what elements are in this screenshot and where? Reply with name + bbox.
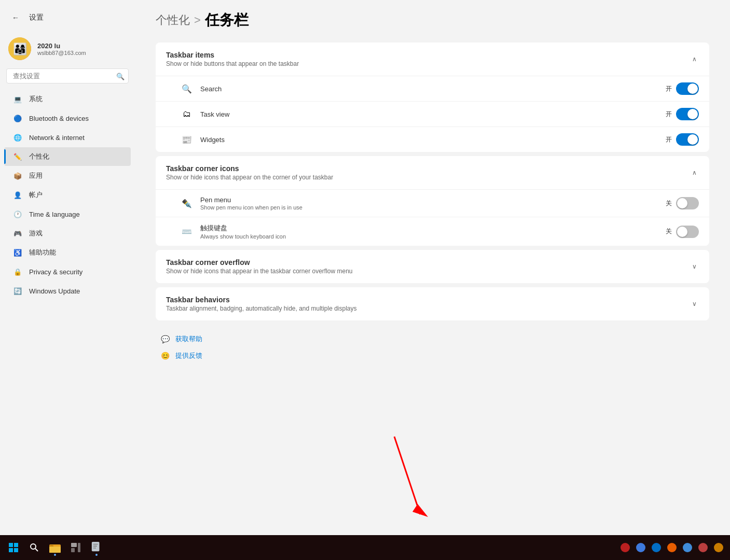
- taskbar-task-view-button[interactable]: [66, 538, 85, 557]
- svg-point-25: [714, 543, 723, 552]
- card-header-corner-overflow[interactable]: Taskbar corner overflow Show or hide ico…: [156, 250, 709, 283]
- setting-icon-pen-menu: ✒️: [181, 197, 193, 209]
- sidebar-item-bluetooth[interactable]: 🔵 Bluetooth & devices: [4, 109, 131, 128]
- back-button[interactable]: ←: [8, 10, 23, 25]
- search-input[interactable]: [6, 68, 129, 83]
- nav-label-system: 系统: [29, 94, 43, 104]
- sidebar: ← 设置 👨‍👩‍👧 2020 lu wslbb87@163.com 🔍: [0, 0, 135, 535]
- nav-label-time: Time & language: [29, 211, 80, 218]
- setting-name-taskview: Task view: [200, 110, 666, 118]
- card-title-behaviors: Taskbar behaviors: [166, 296, 357, 304]
- sidebar-item-time[interactable]: 🕐 Time & language: [4, 205, 131, 223]
- setting-name-search: Search: [200, 85, 666, 93]
- card-desc-corner-icons: Show or hide icons that appear on the co…: [166, 174, 333, 181]
- setting-row-widgets: 📰 Widgets 开: [156, 127, 709, 152]
- windows-logo-icon: [9, 543, 18, 552]
- sidebar-item-apps[interactable]: 📦 应用: [4, 166, 131, 185]
- taskbar-file-explorer-button[interactable]: [46, 538, 64, 557]
- card-desc-taskbar-items: Show or hide buttons that appear on the …: [166, 60, 299, 67]
- feedback-text[interactable]: 提供反馈: [175, 351, 202, 360]
- tray-icon-5[interactable]: [696, 540, 710, 555]
- tray-icon-1[interactable]: [633, 540, 648, 555]
- sidebar-item-accounts[interactable]: 👤 帐户: [4, 186, 131, 204]
- svg-rect-17: [93, 545, 97, 547]
- tray-icon-3[interactable]: [665, 540, 679, 555]
- feedback-link[interactable]: 😊 提供反馈: [158, 347, 707, 364]
- card-corner-overflow: Taskbar corner overflow Show or hide ico…: [156, 250, 709, 283]
- main-content: 个性化 > 任务栏 Taskbar items Show or hide but…: [135, 0, 730, 535]
- svg-rect-7: [14, 548, 18, 552]
- nav-label-gaming: 游戏: [29, 229, 43, 238]
- card-header-taskbar-items[interactable]: Taskbar items Show or hide buttons that …: [156, 43, 709, 76]
- toggle-pen-menu[interactable]: [676, 197, 699, 209]
- sidebar-item-system[interactable]: 💻 系统: [4, 90, 131, 108]
- svg-rect-14: [78, 543, 80, 552]
- tray-icon-6[interactable]: [711, 540, 726, 555]
- card-header-corner-icons[interactable]: Taskbar corner icons Show or hide icons …: [156, 156, 709, 189]
- search-taskbar-icon: [30, 543, 39, 552]
- avatar-image: 👨‍👩‍👧: [8, 37, 31, 60]
- feedback-icon: 😊: [160, 351, 170, 361]
- breadcrumb: 个性化 > 任务栏: [156, 10, 709, 30]
- svg-point-8: [31, 544, 36, 549]
- nav-icon-gaming: 🎮: [12, 228, 23, 239]
- tray-icon-svg-4: [682, 542, 693, 553]
- sidebar-item-network[interactable]: 🌐 Network & internet: [4, 128, 131, 147]
- sidebar-item-accessibility[interactable]: ♿ 辅助功能: [4, 243, 131, 262]
- setting-control-touch-keyboard: 关: [666, 226, 699, 238]
- card-header-text-corner-icons: Taskbar corner icons Show or hide icons …: [166, 164, 333, 181]
- chevron-corner-icons[interactable]: ∧: [690, 167, 699, 178]
- nav-label-bluetooth: Bluetooth & devices: [29, 115, 89, 122]
- get-help-text[interactable]: 获取帮助: [175, 334, 202, 344]
- sidebar-item-personalization[interactable]: ✏️ 个性化: [4, 147, 131, 166]
- toggle-thumb-taskview: [687, 109, 698, 119]
- nav-list: 💻 系统 🔵 Bluetooth & devices 🌐 Network & i…: [0, 90, 135, 300]
- svg-line-9: [35, 549, 38, 551]
- tray-icon-2[interactable]: [649, 540, 664, 555]
- sidebar-item-gaming[interactable]: 🎮 游戏: [4, 224, 131, 243]
- setting-row-pen-menu: ✒️ Pen menu Show pen menu icon when pen …: [156, 189, 709, 217]
- taskbar-search-button[interactable]: [25, 538, 44, 557]
- help-section: 💬 获取帮助 😊 提供反馈: [156, 331, 709, 364]
- svg-rect-11: [49, 547, 61, 553]
- setting-name-touch-keyboard: 触摸键盘: [200, 223, 666, 233]
- setting-name-pen-menu: Pen menu: [200, 196, 666, 204]
- toggle-widgets[interactable]: [676, 133, 699, 146]
- card-title-taskbar-items: Taskbar items: [166, 51, 299, 59]
- nav-icon-update: 🔄: [12, 286, 23, 296]
- toggle-taskview[interactable]: [676, 108, 699, 120]
- get-help-link[interactable]: 💬 获取帮助: [158, 331, 707, 347]
- settings-sections: Taskbar items Show or hide buttons that …: [156, 43, 709, 320]
- tray-icon-4[interactable]: [680, 540, 695, 555]
- card-header-behaviors[interactable]: Taskbar behaviors Taskbar alignment, bad…: [156, 287, 709, 320]
- setting-row-touch-keyboard: ⌨️ 触摸键盘 Always show touch keyboard icon …: [156, 217, 709, 246]
- tray-icon-0[interactable]: [618, 540, 632, 555]
- svg-text:👨‍👩‍👧: 👨‍👩‍👧: [13, 42, 27, 56]
- taskbar-settings-pinned-button[interactable]: [87, 538, 106, 557]
- toggle-touch-keyboard[interactable]: [676, 226, 699, 238]
- user-email: wslbb87@163.com: [37, 50, 86, 56]
- svg-point-20: [636, 543, 645, 552]
- setting-control-pen-menu: 关: [666, 197, 699, 209]
- nav-label-accessibility: 辅助功能: [29, 248, 56, 257]
- chevron-corner-overflow[interactable]: ∨: [690, 261, 699, 272]
- nav-label-personalization: 个性化: [29, 152, 49, 161]
- nav-icon-accounts: 👤: [12, 190, 23, 200]
- breadcrumb-current: 任务栏: [205, 10, 249, 30]
- setting-icon-touch-keyboard: ⌨️: [181, 226, 193, 238]
- setting-control-taskview: 开: [666, 108, 699, 120]
- svg-rect-4: [9, 543, 13, 547]
- toggle-label-search: 开: [666, 85, 672, 93]
- setting-info-taskview: Task view: [200, 110, 666, 118]
- settings-title: 设置: [29, 13, 44, 22]
- sidebar-item-privacy[interactable]: 🔒 Privacy & security: [4, 262, 131, 281]
- sidebar-item-update[interactable]: 🔄 Windows Update: [4, 282, 131, 300]
- avatar: 👨‍👩‍👧: [8, 37, 31, 60]
- chevron-behaviors[interactable]: ∨: [690, 298, 699, 310]
- chevron-taskbar-items[interactable]: ∧: [690, 53, 699, 65]
- nav-icon-system: 💻: [12, 94, 23, 104]
- taskbar-start-button[interactable]: [4, 538, 23, 557]
- setting-row-search: 🔍 Search 开: [156, 76, 709, 101]
- tray-icon-svg-3: [667, 542, 677, 553]
- toggle-search[interactable]: [676, 82, 699, 95]
